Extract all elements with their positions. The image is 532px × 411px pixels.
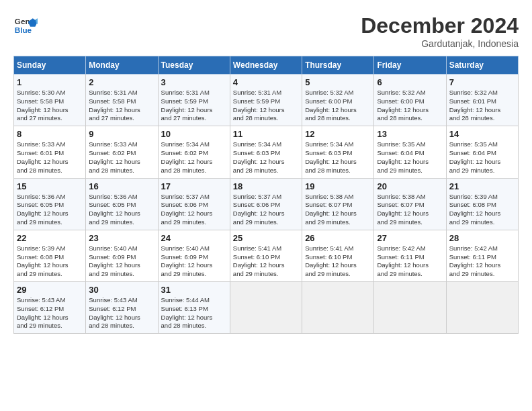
day-cell-10: 10Sunrise: 5:34 AM Sunset: 6:02 PM Dayli…: [158, 126, 230, 178]
day-number: 16: [89, 181, 154, 191]
day-info: Sunrise: 5:41 AM Sunset: 6:10 PM Dayligh…: [305, 244, 371, 279]
col-monday: Monday: [86, 56, 158, 75]
day-info: Sunrise: 5:31 AM Sunset: 5:59 PM Dayligh…: [233, 89, 299, 123]
day-cell-19: 19Sunrise: 5:38 AM Sunset: 6:07 PM Dayli…: [302, 178, 374, 230]
day-number: 7: [449, 77, 515, 87]
day-info: Sunrise: 5:36 AM Sunset: 6:05 PM Dayligh…: [89, 193, 154, 227]
day-info: Sunrise: 5:32 AM Sunset: 6:00 PM Dayligh…: [305, 89, 371, 123]
day-cell-24: 24Sunrise: 5:40 AM Sunset: 6:09 PM Dayli…: [158, 230, 230, 281]
day-number: 13: [377, 129, 443, 139]
day-info: Sunrise: 5:34 AM Sunset: 6:03 PM Dayligh…: [305, 140, 371, 175]
col-wednesday: Wednesday: [230, 56, 302, 75]
logo-icon: General Blue: [13, 13, 38, 38]
month-title: December 2024: [361, 13, 519, 38]
day-info: Sunrise: 5:41 AM Sunset: 6:10 PM Dayligh…: [233, 244, 299, 279]
page-header: General Blue December 2024 Gardutanjak, …: [13, 13, 519, 49]
day-cell-30: 30Sunrise: 5:43 AM Sunset: 6:12 PM Dayli…: [86, 282, 158, 334]
day-cell-25: 25Sunrise: 5:41 AM Sunset: 6:10 PM Dayli…: [230, 230, 302, 281]
day-info: Sunrise: 5:31 AM Sunset: 5:58 PM Dayligh…: [89, 89, 154, 123]
day-number: 24: [161, 233, 227, 243]
logo: General Blue: [13, 13, 38, 38]
day-info: Sunrise: 5:35 AM Sunset: 6:04 PM Dayligh…: [449, 140, 515, 175]
day-info: Sunrise: 5:37 AM Sunset: 6:06 PM Dayligh…: [161, 193, 227, 227]
day-info: Sunrise: 5:32 AM Sunset: 6:01 PM Dayligh…: [449, 89, 515, 123]
empty-day-cell: [446, 282, 518, 334]
day-info: Sunrise: 5:31 AM Sunset: 5:59 PM Dayligh…: [161, 89, 227, 123]
day-cell-17: 17Sunrise: 5:37 AM Sunset: 6:06 PM Dayli…: [158, 178, 230, 230]
calendar-week-row: 8Sunrise: 5:33 AM Sunset: 6:01 PM Daylig…: [14, 126, 519, 178]
calendar-week-row: 1Sunrise: 5:30 AM Sunset: 5:58 PM Daylig…: [14, 75, 519, 126]
day-info: Sunrise: 5:35 AM Sunset: 6:04 PM Dayligh…: [377, 140, 443, 175]
day-info: Sunrise: 5:42 AM Sunset: 6:11 PM Dayligh…: [377, 244, 443, 279]
day-cell-3: 3Sunrise: 5:31 AM Sunset: 5:59 PM Daylig…: [158, 75, 230, 126]
day-info: Sunrise: 5:39 AM Sunset: 6:08 PM Dayligh…: [17, 244, 83, 279]
day-info: Sunrise: 5:42 AM Sunset: 6:11 PM Dayligh…: [449, 244, 515, 279]
day-info: Sunrise: 5:38 AM Sunset: 6:07 PM Dayligh…: [305, 193, 371, 227]
day-number: 18: [233, 181, 299, 191]
col-saturday: Saturday: [446, 56, 518, 75]
calendar-week-row: 22Sunrise: 5:39 AM Sunset: 6:08 PM Dayli…: [14, 230, 519, 281]
day-number: 2: [89, 77, 154, 87]
day-info: Sunrise: 5:38 AM Sunset: 6:07 PM Dayligh…: [377, 193, 443, 227]
day-number: 6: [377, 77, 443, 87]
svg-text:Blue: Blue: [15, 26, 32, 34]
day-number: 15: [17, 181, 83, 191]
title-block: December 2024 Gardutanjak, Indonesia: [361, 13, 519, 49]
day-number: 23: [89, 233, 154, 243]
day-info: Sunrise: 5:39 AM Sunset: 6:08 PM Dayligh…: [449, 193, 515, 227]
day-cell-1: 1Sunrise: 5:30 AM Sunset: 5:58 PM Daylig…: [14, 75, 86, 126]
day-info: Sunrise: 5:32 AM Sunset: 6:00 PM Dayligh…: [377, 89, 443, 123]
day-cell-20: 20Sunrise: 5:38 AM Sunset: 6:07 PM Dayli…: [374, 178, 446, 230]
day-number: 9: [89, 129, 154, 139]
empty-day-cell: [302, 282, 374, 334]
day-info: Sunrise: 5:36 AM Sunset: 6:05 PM Dayligh…: [17, 193, 83, 227]
day-number: 30: [89, 285, 154, 295]
day-number: 28: [449, 233, 515, 243]
day-cell-5: 5Sunrise: 5:32 AM Sunset: 6:00 PM Daylig…: [302, 75, 374, 126]
day-cell-2: 2Sunrise: 5:31 AM Sunset: 5:58 PM Daylig…: [86, 75, 158, 126]
day-number: 17: [161, 181, 227, 191]
col-friday: Friday: [374, 56, 446, 75]
day-cell-31: 31Sunrise: 5:44 AM Sunset: 6:13 PM Dayli…: [158, 282, 230, 334]
empty-day-cell: [230, 282, 302, 334]
day-number: 12: [305, 129, 371, 139]
day-info: Sunrise: 5:34 AM Sunset: 6:02 PM Dayligh…: [161, 140, 227, 175]
day-cell-12: 12Sunrise: 5:34 AM Sunset: 6:03 PM Dayli…: [302, 126, 374, 178]
day-cell-11: 11Sunrise: 5:34 AM Sunset: 6:03 PM Dayli…: [230, 126, 302, 178]
day-cell-7: 7Sunrise: 5:32 AM Sunset: 6:01 PM Daylig…: [446, 75, 518, 126]
day-cell-9: 9Sunrise: 5:33 AM Sunset: 6:02 PM Daylig…: [86, 126, 158, 178]
day-info: Sunrise: 5:33 AM Sunset: 6:01 PM Dayligh…: [17, 140, 83, 175]
day-cell-18: 18Sunrise: 5:37 AM Sunset: 6:06 PM Dayli…: [230, 178, 302, 230]
day-cell-16: 16Sunrise: 5:36 AM Sunset: 6:05 PM Dayli…: [86, 178, 158, 230]
day-cell-28: 28Sunrise: 5:42 AM Sunset: 6:11 PM Dayli…: [446, 230, 518, 281]
day-info: Sunrise: 5:43 AM Sunset: 6:12 PM Dayligh…: [89, 296, 154, 330]
calendar-table: Sunday Monday Tuesday Wednesday Thursday…: [13, 56, 519, 334]
day-number: 10: [161, 129, 227, 139]
day-cell-23: 23Sunrise: 5:40 AM Sunset: 6:09 PM Dayli…: [86, 230, 158, 281]
calendar-body: 1Sunrise: 5:30 AM Sunset: 5:58 PM Daylig…: [14, 75, 519, 334]
day-number: 29: [17, 285, 83, 295]
day-number: 8: [17, 129, 83, 139]
day-info: Sunrise: 5:37 AM Sunset: 6:06 PM Dayligh…: [233, 193, 299, 227]
day-info: Sunrise: 5:40 AM Sunset: 6:09 PM Dayligh…: [161, 244, 227, 279]
day-info: Sunrise: 5:44 AM Sunset: 6:13 PM Dayligh…: [161, 296, 227, 330]
day-cell-6: 6Sunrise: 5:32 AM Sunset: 6:00 PM Daylig…: [374, 75, 446, 126]
day-cell-13: 13Sunrise: 5:35 AM Sunset: 6:04 PM Dayli…: [374, 126, 446, 178]
day-number: 31: [161, 285, 227, 295]
day-number: 21: [449, 181, 515, 191]
col-thursday: Thursday: [302, 56, 374, 75]
day-number: 25: [233, 233, 299, 243]
day-number: 11: [233, 129, 299, 139]
day-info: Sunrise: 5:40 AM Sunset: 6:09 PM Dayligh…: [89, 244, 154, 279]
day-cell-8: 8Sunrise: 5:33 AM Sunset: 6:01 PM Daylig…: [14, 126, 86, 178]
location-subtitle: Gardutanjak, Indonesia: [361, 38, 519, 49]
day-number: 20: [377, 181, 443, 191]
day-cell-15: 15Sunrise: 5:36 AM Sunset: 6:05 PM Dayli…: [14, 178, 86, 230]
day-cell-4: 4Sunrise: 5:31 AM Sunset: 5:59 PM Daylig…: [230, 75, 302, 126]
day-number: 14: [449, 129, 515, 139]
day-cell-27: 27Sunrise: 5:42 AM Sunset: 6:11 PM Dayli…: [374, 230, 446, 281]
day-number: 5: [305, 77, 371, 87]
day-number: 3: [161, 77, 227, 87]
day-info: Sunrise: 5:34 AM Sunset: 6:03 PM Dayligh…: [233, 140, 299, 175]
calendar-week-row: 15Sunrise: 5:36 AM Sunset: 6:05 PM Dayli…: [14, 178, 519, 230]
